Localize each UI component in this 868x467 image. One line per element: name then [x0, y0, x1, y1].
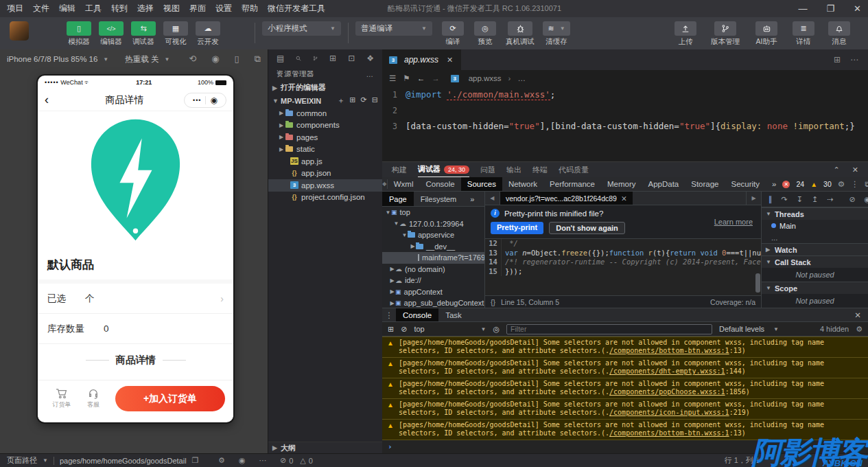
close-panel-icon[interactable]: ✕	[852, 166, 858, 174]
record-icon[interactable]: ◉	[211, 54, 219, 65]
visualization-button[interactable]: ▦ 可视化	[162, 17, 189, 47]
tabs-overflow[interactable]: »	[463, 192, 481, 206]
watch-status-icon[interactable]: ◉	[239, 456, 246, 465]
tree-item-app-js[interactable]: JS app.js	[268, 155, 382, 168]
close-console-icon[interactable]: ✕	[854, 310, 868, 320]
tab-page[interactable]: Page	[382, 192, 414, 206]
search-icon[interactable]	[296, 54, 301, 62]
menu-help[interactable]: 帮助	[242, 3, 258, 14]
thread-main[interactable]: Main	[762, 220, 868, 231]
customer-service-button[interactable]: 客服	[78, 388, 109, 409]
tree-node-top[interactable]: ▼▣top	[382, 207, 484, 218]
tab-code-quality[interactable]: 代码质量	[559, 162, 589, 177]
details-button[interactable]: ≣ 详情	[790, 17, 817, 47]
tab-performance[interactable]: Performance	[543, 177, 601, 191]
multi-window-icon[interactable]: ⧉	[255, 54, 261, 65]
tree-node-mainframe[interactable]: mainframe?t=1769591677	[382, 252, 484, 264]
tab-storage[interactable]: Storage	[685, 177, 725, 191]
upload-button[interactable]: 上传	[672, 17, 699, 47]
collapse-panel-icon[interactable]: ⌃	[834, 166, 840, 174]
step-out-icon[interactable]: ↥	[812, 195, 818, 204]
version-control-button[interactable]: 版本管理	[707, 17, 743, 47]
dock-side-icon[interactable]: ⧉	[865, 180, 868, 189]
menu-devtools[interactable]: 微信开发者工具	[268, 3, 325, 14]
tab-problems[interactable]: 问题	[480, 162, 495, 177]
close-tab-icon[interactable]: ✕	[621, 194, 627, 203]
clear-cache-button[interactable]: ≋▼ 清缓存	[541, 17, 572, 47]
threads-section[interactable]: ▼Threads	[762, 207, 868, 220]
nav-back-icon[interactable]: ←	[417, 74, 425, 82]
log-levels-dropdown[interactable]: Default levels ▼	[719, 325, 779, 333]
wxss-source-link[interactable]: /components/icon-input.wxss:1	[609, 409, 729, 416]
console-settings-icon[interactable]: ⚙	[856, 325, 863, 334]
tab-security[interactable]: Security	[725, 177, 766, 191]
file-tab-vendor-js[interactable]: vendor.js?t=wec...ac28b1f264dc89 ✕	[500, 192, 633, 205]
nav-forward-icon[interactable]: →	[432, 74, 440, 82]
tabs-overflow[interactable]: »	[766, 177, 782, 191]
tree-node-dev[interactable]: ▶__dev__	[382, 241, 484, 253]
learn-more-link[interactable]: Learn more	[714, 218, 753, 226]
refresh-icon[interactable]: ⟳	[361, 95, 367, 106]
debug-status-icon[interactable]: ⚙	[218, 456, 225, 465]
context-dropdown[interactable]: top ▼	[414, 325, 486, 333]
tab-network[interactable]: Network	[502, 177, 543, 191]
ai-assistant-button[interactable]: AI助手	[751, 17, 782, 47]
deactivate-breakpoints-icon[interactable]: ⊘	[849, 195, 855, 204]
order-list-button[interactable]: 订货单	[46, 388, 78, 409]
close-tab-icon[interactable]: ✕	[447, 56, 453, 65]
compile-button[interactable]: ⟳ 编译	[439, 17, 467, 47]
extensions-icon[interactable]: ⊞	[329, 54, 336, 63]
debugger-toggle-button[interactable]: ⇆ 调试器	[130, 17, 157, 47]
wxss-source-link[interactable]: /components/popChoose.wxss:1	[609, 388, 725, 396]
minimize-button[interactable]: —	[798, 3, 807, 14]
tree-item-project-config[interactable]: {} project.config.json	[268, 192, 382, 204]
project-section[interactable]: ▼ MP-WEIXIN ＋ ⊞ ⟳ ⊟	[268, 94, 382, 107]
plugin-icon[interactable]: ❖	[366, 54, 374, 63]
add-to-order-button[interactable]: +加入订货单	[115, 386, 225, 411]
device-frame-icon[interactable]: ▯	[235, 54, 239, 65]
messages-button[interactable]: 消息	[825, 17, 853, 47]
new-folder-icon[interactable]: ⊞	[349, 95, 355, 106]
menu-tools[interactable]: 工具	[85, 3, 102, 14]
menu-settings[interactable]: 设置	[215, 3, 232, 14]
menu-select[interactable]: 选择	[137, 3, 154, 14]
outline-section[interactable]: ▶ 大纲	[268, 442, 382, 453]
tree-node-appcontext[interactable]: ▶▣appContext	[382, 286, 484, 298]
wxss-source-link[interactable]: /components/bottom-btn.wxss:1	[609, 347, 729, 354]
copy-icon[interactable]: ❐	[192, 456, 199, 465]
bookmark-icon[interactable]: ⚑	[403, 73, 410, 83]
compile-mode-dropdown[interactable]: 普通编译 ▼	[355, 21, 432, 36]
tab-build[interactable]: 构建	[392, 162, 407, 177]
menu-goto[interactable]: 转到	[111, 3, 128, 14]
code-editor[interactable]: 1 @import './common/main.wxss'; 2 3 [dat…	[382, 87, 868, 134]
tab-nav-right-icon[interactable]: ▶	[746, 192, 761, 205]
hot-reload-dropdown[interactable]: 热重载 关 ▼	[125, 54, 169, 65]
editor-toggle-button[interactable]: </> 编辑器	[97, 17, 125, 47]
mode-dropdown[interactable]: 小程序模式 ▼	[262, 21, 341, 36]
preview-window-icon[interactable]: ⊡	[348, 54, 355, 63]
menu-icon[interactable]: ☰	[389, 73, 396, 83]
clear-console-icon[interactable]: ⊘	[401, 325, 407, 334]
open-editors-section[interactable]: ▶ 打开的编辑器	[268, 81, 382, 94]
new-file-icon[interactable]: ＋	[337, 95, 344, 106]
tab-terminal[interactable]: 终端	[532, 162, 548, 177]
more-status-icon[interactable]: ⋯	[259, 456, 266, 465]
tree-item-app-wxss[interactable]: 3 app.wxss	[268, 179, 382, 192]
scrollbar-thumb[interactable]	[755, 273, 760, 293]
capsule-menu[interactable]: ••• ◉	[184, 93, 226, 108]
tab-nav-left-icon[interactable]: ◀	[485, 192, 500, 205]
user-avatar[interactable]	[10, 21, 29, 41]
tree-node-localhost[interactable]: ▼☁127.0.0.1:29964	[382, 218, 484, 230]
wxss-source-link[interactable]: /components/bottom-btn.wxss:1	[609, 429, 729, 437]
tree-item-static[interactable]: ▶ static	[268, 144, 382, 156]
tree-node-ide[interactable]: ▶☁ide://	[382, 275, 484, 286]
tree-item-common[interactable]: ▶ common	[268, 107, 382, 119]
minified-code[interactable]: 12 */ 13var n=Object.freeze({});function…	[485, 239, 761, 295]
scope-section[interactable]: ▼Scope	[762, 282, 868, 294]
page-path-dropdown[interactable]: 页面路径 ▼	[7, 455, 48, 466]
filter-input[interactable]	[506, 324, 712, 334]
more-actions-icon[interactable]: …	[366, 70, 375, 78]
tree-item-app-json[interactable]: {} app.json	[268, 168, 382, 180]
console-sidebar-icon[interactable]: ⊞	[388, 325, 394, 334]
menu-interface[interactable]: 界面	[189, 3, 206, 14]
